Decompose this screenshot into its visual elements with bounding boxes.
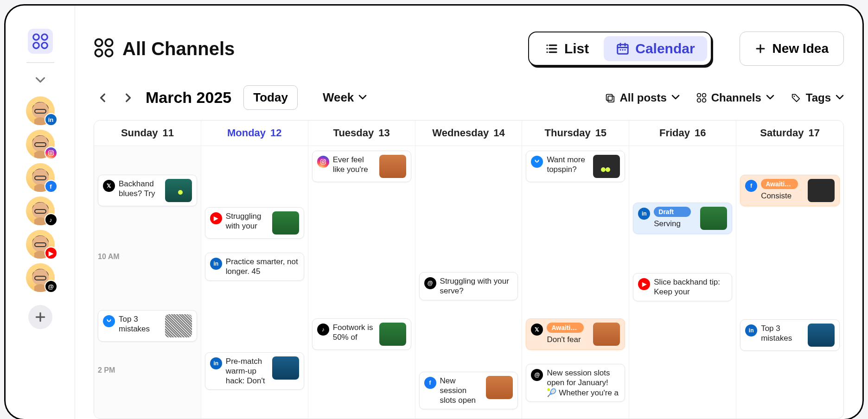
time-label: 2 PM (98, 366, 115, 375)
day-header[interactable]: Friday16 (629, 121, 736, 146)
post-card[interactable]: ▶ Slice backhand tip: Keep your (633, 273, 732, 301)
facebook-icon: f (745, 180, 757, 192)
post-card[interactable]: ♪ Footwork is 50% of (312, 318, 411, 350)
day-col-wednesday[interactable]: @ Struggling with your serve? f New sess… (415, 146, 523, 419)
status-badge: Draft (654, 207, 691, 217)
prev-period-button[interactable] (94, 89, 112, 107)
day-header[interactable]: Wednesday14 (415, 121, 523, 146)
add-channel-button[interactable] (28, 305, 52, 329)
sidebar: inf♪▶@ (6, 6, 75, 419)
day-col-friday[interactable]: in Draft Serving ▶ Slice backhand tip: K… (629, 146, 736, 419)
day-header[interactable]: Sunday11 (94, 121, 201, 146)
post-thumbnail (272, 211, 299, 235)
filter-tags[interactable]: Tags (791, 91, 844, 104)
post-thumbnail (486, 376, 513, 399)
day-col-sunday[interactable]: 10 AM 2 PM 𝕏 Backhand blues? Try Top 3 m… (94, 146, 201, 419)
post-card[interactable]: Want more topspin? (526, 151, 625, 182)
svg-point-11 (620, 49, 621, 51)
svg-rect-14 (606, 94, 613, 100)
status-badge: Awaiti… (761, 179, 798, 189)
post-card[interactable]: in Top 3 mistakes (740, 319, 840, 351)
post-card[interactable]: @ New session slots open for January! 🎾 … (526, 364, 625, 402)
status-badge: Awaiti… (547, 323, 584, 333)
linkedin-icon: in (45, 113, 57, 126)
svg-rect-15 (608, 96, 614, 102)
next-period-button[interactable] (119, 89, 137, 107)
post-card[interactable]: f New session slots open (419, 372, 518, 410)
today-button[interactable]: Today (243, 85, 298, 110)
svg-point-9 (52, 151, 52, 152)
youtube-icon: ▶ (45, 247, 57, 260)
header: All Channels List Calendar New Idea (94, 6, 844, 66)
channel-avatar-linkedin[interactable]: in (26, 96, 55, 125)
channel-avatar-threads[interactable]: @ (26, 263, 55, 292)
view-list-button[interactable]: List (533, 36, 601, 61)
youtube-icon: ▶ (210, 212, 222, 224)
tiktok-icon: ♪ (45, 213, 57, 226)
post-thumbnail (808, 324, 835, 347)
day-col-thursday[interactable]: Want more topspin? 𝕏 Awaiti… Don't fear (522, 146, 629, 419)
list-icon (545, 42, 559, 56)
post-thumbnail (165, 314, 192, 337)
bluesky-icon (531, 156, 543, 168)
day-header[interactable]: Monday12 (201, 121, 308, 146)
range-select[interactable]: Week (316, 86, 373, 109)
threads-icon: @ (45, 280, 57, 293)
filter-posts[interactable]: All posts (605, 91, 679, 104)
channels-icon (94, 38, 114, 60)
linkedin-icon: in (638, 208, 650, 220)
post-thumbnail (593, 323, 620, 346)
view-calendar-button[interactable]: Calendar (604, 36, 707, 61)
channel-avatar-facebook[interactable]: f (26, 163, 55, 192)
post-thumbnail (272, 356, 299, 380)
post-card[interactable]: f Awaiti… Consiste (740, 175, 840, 206)
post-thumbnail (700, 207, 727, 230)
chevron-down-icon (836, 91, 844, 104)
post-thumbnail (379, 155, 406, 178)
calendar-icon (616, 42, 630, 56)
day-header[interactable]: Saturday17 (736, 121, 843, 146)
instagram-icon (317, 156, 329, 168)
post-card[interactable]: Ever feel like you're (312, 151, 411, 182)
post-card[interactable]: ▶ Struggling with your (205, 207, 304, 239)
instagram-icon (45, 146, 57, 159)
facebook-icon: f (424, 377, 436, 389)
post-card[interactable]: 𝕏 Awaiti… Don't fear (526, 318, 625, 350)
post-card[interactable]: @ Struggling with your serve? (419, 272, 518, 300)
day-header[interactable]: Thursday15 (522, 121, 629, 146)
main: All Channels List Calendar New Idea (75, 6, 862, 419)
posts-icon (605, 93, 615, 103)
channel-avatar-youtube[interactable]: ▶ (26, 230, 55, 259)
calendar-toolbar: March 2025 Today Week All posts Channels (94, 85, 844, 110)
post-card[interactable]: 𝕏 Backhand blues? Try (98, 175, 197, 206)
channel-avatar-instagram[interactable] (26, 130, 55, 159)
threads-icon: @ (531, 369, 543, 381)
svg-point-8 (50, 152, 52, 154)
svg-point-13 (625, 49, 626, 51)
tiktok-icon: ♪ (317, 324, 329, 336)
app-logo[interactable] (28, 29, 53, 54)
bluesky-icon (103, 315, 115, 327)
filter-channels[interactable]: Channels (696, 91, 774, 104)
day-header[interactable]: Tuesday13 (308, 121, 415, 146)
day-col-monday[interactable]: ▶ Struggling with your in Practice smart… (201, 146, 308, 419)
day-col-tuesday[interactable]: Ever feel like you're ♪ Footwork is 50% … (308, 146, 415, 419)
chevron-down-icon (358, 90, 367, 105)
post-card[interactable]: in Pre-match warm-up hack: Don't (205, 352, 304, 390)
calendar-grid: Sunday11Monday12Tuesday13Wednesday14Thur… (94, 120, 844, 419)
post-card[interactable]: in Practice smarter, not longer. 45 (205, 253, 304, 281)
channel-avatar-tiktok[interactable]: ♪ (26, 197, 55, 225)
calendar-body: 10 AM 2 PM 𝕏 Backhand blues? Try Top 3 m… (94, 146, 843, 419)
threads-icon: @ (424, 277, 436, 289)
new-idea-button[interactable]: New Idea (740, 32, 844, 66)
linkedin-icon: in (210, 357, 222, 369)
svg-point-12 (622, 49, 624, 51)
post-thumbnail (808, 179, 835, 202)
svg-point-17 (178, 190, 183, 195)
linkedin-icon: in (745, 324, 757, 336)
linkedin-icon: in (210, 258, 222, 270)
post-card[interactable]: in Draft Serving (633, 203, 732, 234)
day-col-saturday[interactable]: f Awaiti… Consiste in Top 3 mistakes (736, 146, 843, 419)
sidebar-collapse-toggle[interactable] (32, 71, 49, 91)
post-card[interactable]: Top 3 mistakes (98, 310, 197, 342)
